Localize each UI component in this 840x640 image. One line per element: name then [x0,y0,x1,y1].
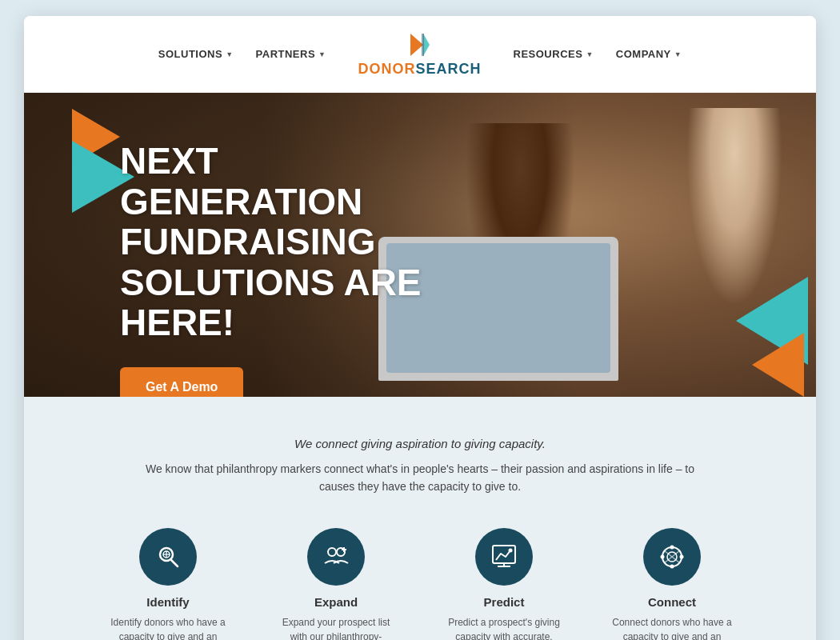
svg-point-20 [670,545,674,549]
nav-item-partners[interactable]: PARTNERS ▼ [256,48,326,60]
partners-label: PARTNERS [256,48,316,60]
logo[interactable]: DONORSEARCH [358,30,482,78]
svg-line-4 [171,560,178,566]
feature-connect: Connect Connect donors who have a capaci… [612,528,732,640]
company-label: COMPANY [616,48,671,60]
svg-point-21 [680,554,684,558]
expand-icon-circle [307,528,365,586]
partners-chevron: ▼ [318,50,326,58]
nav-right: RESOURCES ▼ COMPANY ▼ [514,48,682,60]
get-demo-button[interactable]: Get A Demo [120,367,243,397]
feature-identify: Identify Identify donors who have a capa… [108,528,228,640]
identify-title: Identify [146,595,189,609]
svg-point-22 [670,564,674,568]
nav-left: SOLUTIONS ▼ PARTNERS ▼ [158,48,326,60]
svg-rect-12 [493,546,515,563]
svg-point-8 [328,548,336,556]
identify-desc: Identify donors who have a capacity to g… [108,615,228,640]
resources-chevron: ▼ [586,50,593,58]
nav-item-company[interactable]: COMPANY ▼ [616,48,682,60]
nav-item-resources[interactable]: RESOURCES ▼ [514,48,594,60]
feature-expand: Expand Expand your prospect list with ou… [276,528,396,640]
connect-icon [658,542,686,571]
identify-icon-circle [139,528,197,586]
expand-desc: Expand your prospect list with our phila… [276,615,396,640]
svg-point-13 [509,548,513,552]
tagline-sub: We know that philanthropy markers connec… [140,460,700,496]
company-chevron: ▼ [674,50,682,58]
identify-icon [154,542,182,571]
tagline-main: We connect giving aspiration to giving c… [56,437,784,450]
connect-title: Connect [648,595,696,609]
svg-rect-2 [422,34,424,56]
solutions-chevron: ▼ [226,50,233,58]
resources-label: RESOURCES [514,48,583,60]
connect-desc: Connect donors who have a capacity to gi… [612,615,732,640]
browser-window: SOLUTIONS ▼ PARTNERS ▼ DONORSEARCH RESOU… [24,16,816,640]
connect-icon-circle [643,528,701,586]
logo-text: DONORSEARCH [358,61,482,78]
expand-icon [322,542,350,571]
predict-desc: Predict a prospect's giving capacity wit… [444,615,564,640]
svg-point-23 [661,554,665,558]
logo-donor: DONOR [358,61,416,77]
feature-predict: Predict Predict a prospect's giving capa… [444,528,564,640]
features-row: Identify Identify donors who have a capa… [56,528,784,640]
predict-icon-circle [475,528,533,586]
svg-marker-1 [423,34,430,56]
hero-section: NEXT GENERATION FUNDRAISING SOLUTIONS AR… [24,93,816,397]
svg-marker-0 [410,34,423,56]
nav-item-solutions[interactable]: SOLUTIONS ▼ [158,48,234,60]
navbar: SOLUTIONS ▼ PARTNERS ▼ DONORSEARCH RESOU… [24,16,816,93]
hero-title: NEXT GENERATION FUNDRAISING SOLUTIONS AR… [120,141,456,343]
logo-search: SEARCH [416,61,482,77]
predict-icon [490,542,518,571]
logo-icon [406,30,434,59]
expand-title: Expand [314,595,358,609]
hero-content: NEXT GENERATION FUNDRAISING SOLUTIONS AR… [24,93,816,397]
value-section: We connect giving aspiration to giving c… [24,397,816,640]
predict-title: Predict [484,595,525,609]
solutions-label: SOLUTIONS [158,48,222,60]
